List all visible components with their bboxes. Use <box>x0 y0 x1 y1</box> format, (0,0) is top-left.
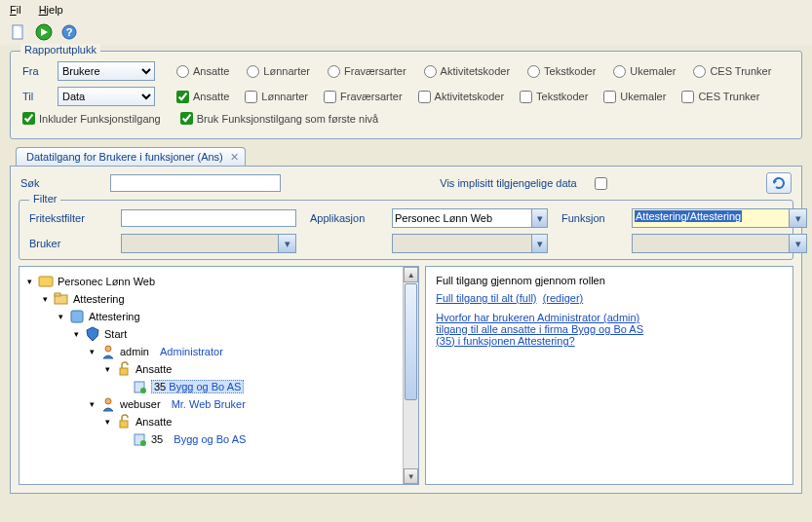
fra-label: Fra <box>22 65 50 77</box>
tree-link-firm2[interactable]: Bygg og Bo AS <box>174 433 246 445</box>
shield-icon <box>85 326 100 342</box>
radio-ukemaler[interactable]: Ukemaler <box>613 65 676 78</box>
folder-icon <box>54 291 69 307</box>
chevron-down-icon[interactable]: ▾ <box>279 234 296 253</box>
applikasjon-combo[interactable]: ▾ <box>392 208 548 228</box>
tree-toggle[interactable]: ▾ <box>103 418 112 427</box>
svg-rect-13 <box>120 421 128 428</box>
menu-file[interactable]: Fil <box>10 4 21 16</box>
scroll-down-icon[interactable]: ▼ <box>404 468 418 484</box>
tree-toggle[interactable]: ▾ <box>72 330 81 339</box>
lock-open-icon <box>116 361 132 377</box>
menubar: Fil Hjelp <box>0 0 812 19</box>
tree-scrollbar[interactable]: ▲ ▼ <box>403 267 418 484</box>
tree-toggle[interactable]: ▾ <box>103 365 112 374</box>
menu-help[interactable]: Hjelp <box>39 4 63 16</box>
tree-panel: ▾Personec Lønn Web ▾Attestering ▾Atteste… <box>19 266 419 485</box>
check-cestrunker[interactable]: CES Trunker <box>681 91 759 103</box>
vis-implisitt-check[interactable] <box>595 177 607 190</box>
refresh-icon <box>771 175 787 191</box>
tree-node-ansatte2[interactable]: Ansatte <box>135 416 172 428</box>
tree-node-admin[interactable]: admin <box>120 346 149 357</box>
tree-toggle[interactable]: ▾ <box>88 400 97 409</box>
svg-text:?: ? <box>66 26 73 38</box>
tree-node-attestering[interactable]: Attestering <box>73 293 125 305</box>
check-inkluder[interactable]: Inkluder Funksjonstilgang <box>22 112 161 125</box>
run-icon[interactable] <box>35 23 53 41</box>
tree-node-webuser[interactable]: webuser <box>120 398 161 410</box>
fritekst-input[interactable] <box>121 209 296 227</box>
svg-point-15 <box>140 440 146 446</box>
til-combo[interactable]: Data <box>58 87 155 106</box>
chevron-down-icon[interactable]: ▾ <box>532 208 548 228</box>
rapport-groupbox: Rapportutplukk Fra Brukere Ansatte Lønna… <box>10 51 802 139</box>
filter-legend: Filter <box>29 193 60 205</box>
building-icon <box>132 379 147 394</box>
til-label: Til <box>22 91 50 102</box>
tree-node-attestering2[interactable]: Attestering <box>89 311 140 322</box>
chevron-down-icon[interactable]: ▾ <box>790 208 807 228</box>
detail-panel: Full tilgang gjennom gjennom rollen Full… <box>425 266 793 485</box>
fra-combo[interactable]: Brukere <box>58 61 155 81</box>
vis-implisitt-label: Vis implisitt tilgjengelige data <box>440 177 576 189</box>
tree-toggle[interactable]: ▾ <box>88 348 97 356</box>
radio-aktivitetskoder[interactable]: Aktivitetskoder <box>424 65 511 78</box>
tab-close-icon[interactable]: ✕ <box>230 151 239 164</box>
lock-open-icon <box>116 414 132 429</box>
extra-combo-1[interactable]: ▾ <box>392 234 548 253</box>
refresh-button[interactable] <box>766 172 792 194</box>
svg-rect-6 <box>55 293 60 296</box>
fritekst-label: Fritekstfilter <box>29 212 107 224</box>
tree-toggle[interactable]: ▾ <box>57 313 65 321</box>
detail-title: Full tilgang gjennom gjennom rollen <box>436 275 783 286</box>
check-fravaersarter[interactable]: Fraværsarter <box>324 91 403 103</box>
sok-input[interactable] <box>110 174 281 192</box>
sok-label: Søk <box>20 177 98 189</box>
tree-node-start[interactable]: Start <box>104 328 127 340</box>
svg-rect-9 <box>120 368 128 375</box>
link-rediger[interactable]: (rediger) <box>543 292 584 304</box>
tree-toggle[interactable]: ▾ <box>25 278 34 286</box>
radio-lonnarter[interactable]: Lønnarter <box>247 65 310 78</box>
check-ansatte[interactable]: Ansatte <box>176 91 229 103</box>
app-icon <box>38 274 54 289</box>
radio-ansatte[interactable]: Ansatte <box>176 65 229 78</box>
new-page-icon[interactable] <box>10 23 27 41</box>
tree-link-webuser-name[interactable]: Mr. Web Bruker <box>172 398 246 410</box>
svg-point-12 <box>105 398 111 404</box>
svg-rect-7 <box>71 311 83 322</box>
funksjon-combo[interactable]: Attestering/Attestering▾ <box>632 208 807 228</box>
chevron-down-icon[interactable]: ▾ <box>790 234 807 253</box>
tree-link-admin-name[interactable]: Administrator <box>160 346 223 357</box>
scroll-up-icon[interactable]: ▲ <box>404 267 418 282</box>
radio-cestrunker[interactable]: CES Trunker <box>693 65 771 78</box>
link-question[interactable]: Hvorfor har brukeren Administrator (admi… <box>436 312 660 347</box>
help-icon[interactable]: ? <box>60 23 78 41</box>
check-lonnarter[interactable]: Lønnarter <box>245 91 308 103</box>
tree-toggle[interactable]: ▾ <box>41 295 50 304</box>
module-icon <box>69 309 85 324</box>
rapport-legend: Rapportutplukk <box>20 44 100 56</box>
til-check-group: Ansatte Lønnarter Fraværsarter Aktivitet… <box>176 91 759 103</box>
tab-datatilgang[interactable]: Datatilgang for Brukere i funksjoner (An… <box>16 147 246 166</box>
tree-node-root[interactable]: Personec Lønn Web <box>58 276 155 287</box>
check-bruk[interactable]: Bruk Funksjonstilgang som første nivå <box>180 112 378 125</box>
tree-node-ansatte[interactable]: Ansatte <box>135 363 172 375</box>
radio-fravaersarter[interactable]: Fraværsarter <box>328 65 406 78</box>
bruker-label: Bruker <box>29 238 107 249</box>
main-panel: Søk Vis implisitt tilgjengelige data Fil… <box>10 166 802 494</box>
tree-node-firm-selected[interactable]: 35 Bygg og Bo AS <box>151 380 244 393</box>
check-aktivitetskoder[interactable]: Aktivitetskoder <box>418 91 505 103</box>
svg-point-8 <box>105 346 111 352</box>
user-icon <box>100 396 116 412</box>
check-tekstkoder[interactable]: Tekstkoder <box>520 91 588 103</box>
tree-node-firm2-num[interactable]: 35 <box>151 433 163 445</box>
extra-combo-2[interactable]: ▾ <box>632 234 807 253</box>
scroll-thumb[interactable] <box>405 283 417 400</box>
link-full-tilgang[interactable]: Full tilgang til alt (full) <box>436 292 536 304</box>
radio-tekstkoder[interactable]: Tekstkoder <box>527 65 596 78</box>
check-ukemaler[interactable]: Ukemaler <box>603 91 666 103</box>
tab-label: Datatilgang for Brukere i funksjoner (An… <box>26 151 223 163</box>
bruker-combo[interactable]: ▾ <box>121 234 296 253</box>
chevron-down-icon[interactable]: ▾ <box>532 234 548 253</box>
